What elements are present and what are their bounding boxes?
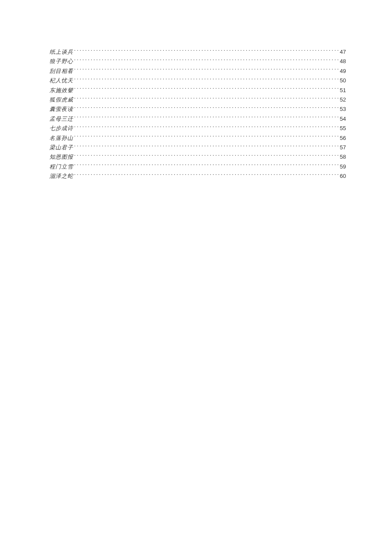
toc-page-number: 57 — [339, 143, 346, 152]
toc-title: 杞人忧天 — [49, 76, 74, 85]
toc-page-number: 49 — [339, 67, 346, 76]
toc-entry[interactable]: 狐假虎威 52 — [49, 95, 346, 105]
toc-leader-dots — [74, 105, 339, 111]
toc-title: 程门立雪 — [49, 162, 74, 171]
toc-title: 孟母三迁 — [49, 114, 74, 124]
toc-leader-dots — [74, 48, 339, 54]
toc-entry[interactable]: 名落孙山 56 — [49, 134, 346, 143]
toc-leader-dots — [74, 172, 339, 178]
toc-entry[interactable]: 梁山君子 57 — [49, 143, 346, 152]
toc-leader-dots — [74, 87, 339, 92]
toc-title: 涸泽之蛇 — [49, 171, 74, 181]
toc-title: 东施效颦 — [49, 86, 74, 95]
toc-leader-dots — [74, 67, 339, 73]
toc-page-number: 56 — [339, 134, 346, 143]
toc-page-number: 54 — [339, 114, 346, 124]
toc-leader-dots — [74, 125, 339, 130]
toc-page-number: 51 — [339, 86, 346, 95]
table-of-contents: 纸上谈兵 47 狼子野心 48 刮目相看 49 杞人忧天 50 东施效颦 51 … — [49, 47, 346, 181]
toc-leader-dots — [74, 115, 339, 121]
toc-title: 狼子野心 — [49, 57, 74, 66]
toc-entry[interactable]: 囊萤夜读 53 — [49, 105, 346, 114]
toc-title: 名落孙山 — [49, 134, 74, 143]
toc-page-number: 50 — [339, 76, 346, 85]
toc-title: 七步成诗 — [49, 124, 74, 133]
toc-leader-dots — [74, 134, 339, 140]
toc-title: 纸上谈兵 — [49, 47, 74, 57]
toc-leader-dots — [74, 163, 339, 169]
toc-title: 刮目相看 — [49, 67, 74, 76]
toc-entry[interactable]: 东施效颦 51 — [49, 86, 346, 95]
toc-page-number: 47 — [339, 47, 346, 57]
toc-entry[interactable]: 涸泽之蛇 60 — [49, 171, 346, 181]
toc-page-number: 48 — [339, 57, 346, 66]
toc-page-number: 58 — [339, 152, 346, 162]
toc-title: 狐假虎威 — [49, 95, 74, 105]
toc-title: 囊萤夜读 — [49, 105, 74, 114]
toc-page-number: 53 — [339, 105, 346, 114]
toc-entry[interactable]: 狼子野心 48 — [49, 57, 346, 66]
toc-page-number: 60 — [339, 171, 346, 181]
toc-entry[interactable]: 七步成诗 55 — [49, 124, 346, 133]
toc-leader-dots — [74, 144, 339, 149]
toc-leader-dots — [74, 58, 339, 63]
toc-entry[interactable]: 孟母三迁 54 — [49, 114, 346, 124]
toc-page-number: 55 — [339, 124, 346, 133]
toc-entry[interactable]: 刮目相看 49 — [49, 67, 346, 76]
toc-page-number: 52 — [339, 95, 346, 105]
toc-entry[interactable]: 纸上谈兵 47 — [49, 47, 346, 57]
toc-leader-dots — [74, 153, 339, 159]
toc-title: 梁山君子 — [49, 143, 74, 152]
toc-page-number: 59 — [339, 162, 346, 171]
toc-entry[interactable]: 杞人忧天 50 — [49, 76, 346, 85]
toc-title: 知恩图报 — [49, 152, 74, 162]
toc-entry[interactable]: 程门立雪 59 — [49, 162, 346, 171]
toc-entry[interactable]: 知恩图报 58 — [49, 152, 346, 162]
toc-leader-dots — [74, 96, 339, 102]
toc-leader-dots — [74, 77, 339, 82]
